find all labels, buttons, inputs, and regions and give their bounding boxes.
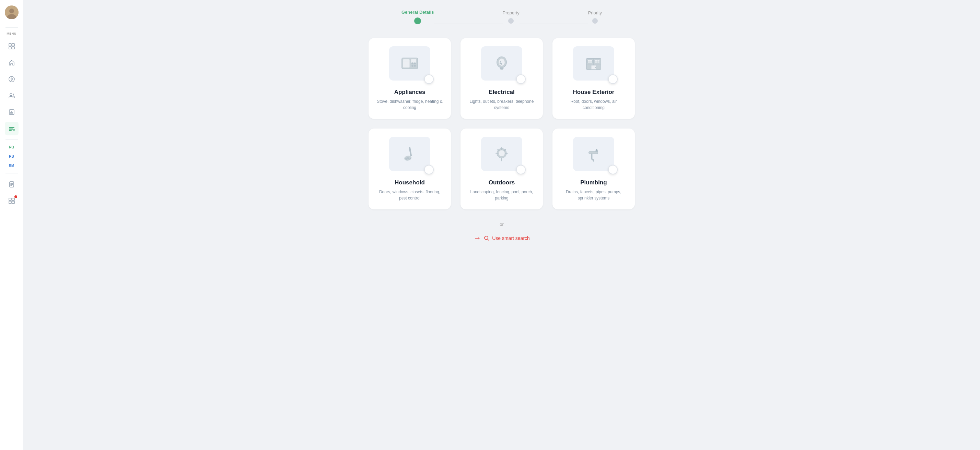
outdoors-radio[interactable] (516, 165, 526, 174)
step-label-property: Property (503, 10, 520, 16)
sidebar-item-rm[interactable]: RM (9, 162, 14, 169)
svg-rect-6 (12, 47, 14, 49)
svg-point-26 (411, 65, 413, 67)
svg-point-8 (10, 93, 12, 96)
appliances-desc: Stove, dishwasher, fridge, heating & coo… (377, 98, 443, 111)
smart-search-button[interactable]: → Use smart search (468, 231, 535, 246)
stepper: General Details Property Priority (23, 0, 980, 38)
step-priority: Priority (588, 10, 602, 24)
outdoors-desc: Landscaping, fencing, pool, porch, parki… (469, 189, 535, 201)
notification-dot (14, 195, 17, 198)
svg-point-30 (499, 59, 505, 66)
step-line-2 (520, 24, 588, 24)
house-exterior-desc: Roof, doors, windows, air conditioning (561, 98, 627, 111)
step-property: Property (503, 10, 520, 24)
sidebar-item-reports[interactable] (5, 105, 19, 119)
svg-rect-11 (9, 128, 13, 130)
categories-section: Appliances Stove, dishwasher, fridge, he… (23, 38, 980, 259)
electrical-icon (491, 52, 513, 74)
category-card-house-exterior[interactable]: House Exterior Roof, doors, windows, air… (552, 38, 635, 119)
svg-rect-44 (409, 147, 412, 156)
svg-point-1 (9, 9, 14, 13)
menu-label: MENU (6, 32, 16, 35)
svg-rect-20 (12, 201, 14, 204)
svg-rect-19 (9, 201, 11, 204)
sidebar: MENU (0, 0, 23, 450)
plumbing-radio[interactable] (608, 165, 618, 174)
svg-rect-5 (9, 47, 11, 49)
plumbing-desc: Drains, faucets, pipes, pumps, sprinkler… (561, 189, 627, 201)
step-dot-priority (592, 18, 598, 24)
svg-rect-22 (403, 59, 410, 68)
categories-grid: Appliances Stove, dishwasher, fridge, he… (369, 38, 635, 209)
arrow-right-icon: → (474, 234, 481, 242)
household-icon (399, 143, 421, 165)
step-dot-property (508, 18, 514, 24)
house-exterior-radio[interactable] (608, 74, 618, 84)
electrical-radio[interactable] (516, 74, 526, 84)
appliances-icon-wrapper (389, 46, 430, 81)
search-icon (484, 236, 489, 241)
sidebar-item-home[interactable] (5, 56, 19, 70)
category-card-electrical[interactable]: Electrical Lights, outlets, breakers, te… (460, 38, 543, 119)
svg-point-25 (414, 62, 415, 64)
sidebar-item-dashboard[interactable] (5, 40, 19, 53)
bottom-area: or → Use smart search (468, 219, 535, 246)
sidebar-item-rb[interactable]: RB (9, 153, 14, 160)
svg-point-27 (414, 65, 415, 67)
category-card-outdoors[interactable]: Outdoors Landscaping, fencing, pool, por… (460, 128, 543, 209)
sidebar-item-maintenance[interactable] (5, 122, 19, 135)
category-card-appliances[interactable]: Appliances Stove, dishwasher, fridge, he… (369, 38, 451, 119)
svg-rect-56 (596, 149, 597, 151)
svg-rect-12 (9, 130, 12, 131)
sidebar-divider (5, 27, 18, 28)
svg-rect-10 (9, 127, 14, 128)
or-text: or (500, 222, 504, 227)
avatar[interactable] (5, 5, 19, 19)
sidebar-divider-3 (5, 173, 18, 173)
sidebar-divider-2 (5, 139, 18, 140)
house-exterior-icon-wrapper (573, 46, 614, 81)
household-radio[interactable] (424, 165, 434, 174)
sidebar-item-doc[interactable] (5, 177, 19, 191)
household-desc: Doors, windows, closets, flooring, pest … (377, 189, 443, 201)
house-exterior-title: House Exterior (573, 89, 614, 96)
step-line-1 (434, 24, 503, 24)
svg-rect-18 (12, 198, 14, 201)
main-content: General Details Property Priority (23, 0, 980, 450)
house-exterior-icon (583, 52, 605, 74)
outdoors-icon-wrapper (481, 137, 522, 171)
plumbing-icon-wrapper (573, 137, 614, 171)
step-general-details: General Details (401, 10, 434, 24)
svg-rect-23 (411, 59, 417, 63)
appliances-radio[interactable] (424, 74, 434, 84)
svg-rect-17 (9, 198, 11, 201)
plumbing-title: Plumbing (580, 179, 607, 186)
sidebar-item-finance[interactable] (5, 72, 19, 86)
category-card-plumbing[interactable]: Plumbing Drains, faucets, pipes, pumps, … (552, 128, 635, 209)
appliances-title: Appliances (394, 89, 425, 96)
appliances-icon (399, 52, 421, 74)
household-title: Household (395, 179, 425, 186)
svg-rect-31 (500, 68, 504, 69)
sidebar-item-rq[interactable]: RQ (9, 144, 14, 151)
household-icon-wrapper (389, 137, 430, 171)
category-card-household[interactable]: Household Doors, windows, closets, floor… (369, 128, 451, 209)
svg-point-43 (595, 67, 596, 68)
plumbing-icon (583, 143, 605, 165)
electrical-icon-wrapper (481, 46, 522, 81)
electrical-title: Electrical (488, 89, 515, 96)
sidebar-item-people[interactable] (5, 89, 19, 103)
electrical-desc: Lights, outlets, breakers, telephone sys… (469, 98, 535, 111)
step-label-priority: Priority (588, 10, 602, 16)
svg-rect-32 (500, 69, 503, 70)
step-label-general: General Details (401, 10, 434, 15)
svg-rect-3 (9, 44, 11, 46)
step-dot-general (414, 17, 421, 24)
smart-search-label: Use smart search (492, 236, 530, 241)
outdoors-title: Outdoors (488, 179, 515, 186)
svg-point-24 (411, 62, 413, 64)
svg-rect-4 (12, 44, 14, 46)
outdoors-icon (491, 143, 513, 165)
